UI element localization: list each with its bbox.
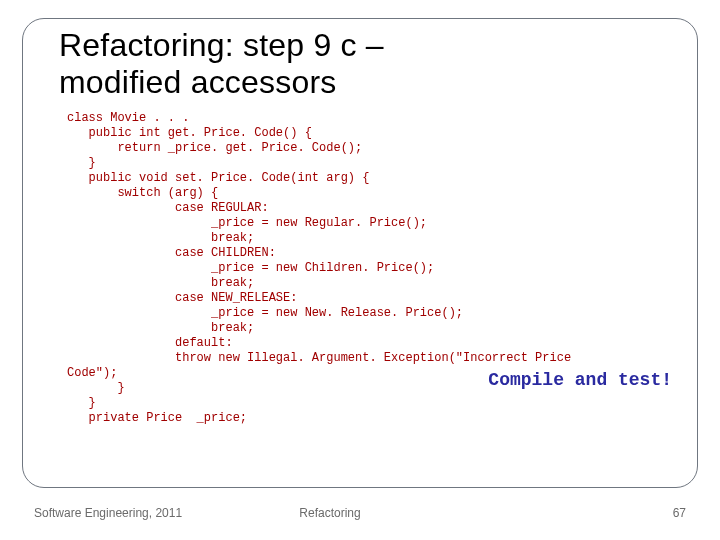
title-line-1: Refactoring: step 9 c – — [59, 27, 384, 63]
slide: Refactoring: step 9 c – modified accesso… — [0, 0, 720, 540]
callout-text: Compile and test! — [488, 370, 672, 390]
footer-center-text: Refactoring — [299, 506, 360, 520]
footer-center: Refactoring — [0, 506, 720, 520]
title-line-2: modified accessors — [59, 64, 337, 100]
callout-box: Compile and test! — [488, 370, 672, 390]
slide-title: Refactoring: step 9 c – modified accesso… — [59, 27, 669, 101]
content-frame: Refactoring: step 9 c – modified accesso… — [22, 18, 698, 488]
footer-page-number: 67 — [673, 506, 686, 520]
